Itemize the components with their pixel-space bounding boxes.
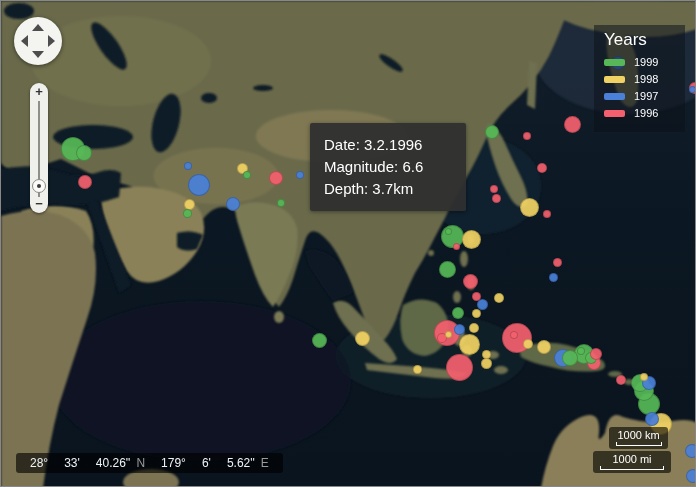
earthquake-bubble-1999[interactable] [183,209,192,218]
coordinate-segment: 28° [30,456,48,470]
legend-item[interactable]: 1996 [604,107,677,119]
legend-item-label: 1998 [634,73,658,85]
earthquake-bubble-1996[interactable] [616,375,626,385]
scale-km-label: 1000 km [617,429,659,441]
earthquake-bubble-1999[interactable] [485,125,499,139]
earthquake-bubble-1998[interactable] [469,323,479,333]
tooltip-depth: Depth: 3.7km [324,178,452,200]
legend-items: 1999199819971996 [604,56,677,119]
coordinate-segment: 5.62'' [227,456,255,470]
pan-up-icon[interactable] [32,24,44,31]
earthquake-bubble-1997[interactable] [549,273,558,282]
earthquake-bubble-1998[interactable] [472,309,481,318]
scale-bar-mi: 1000 mi [593,451,671,473]
earthquake-bubble-1996[interactable] [543,210,551,218]
earthquake-bubble-1996[interactable] [472,292,481,301]
earthquake-bubble-1996[interactable] [553,258,562,267]
earthquake-bubble-1998[interactable] [523,339,533,349]
earthquake-bubble-1998[interactable] [494,293,504,303]
tooltip-magnitude: Magnitude: 6.6 [324,156,452,178]
earthquake-bubble-1998[interactable] [520,198,539,217]
coordinate-readout: 28°33'40.26''N179°6'5.62''E [16,453,283,473]
legend-swatch-icon [604,93,625,100]
earthquake-bubble-1999[interactable] [452,307,464,319]
earthquake-bubble-1999[interactable] [445,228,452,235]
legend-item-label: 1997 [634,90,658,102]
earthquake-bubble-1996[interactable] [269,171,283,185]
earthquake-bubble-1996[interactable] [463,274,478,289]
data-tooltip: Date: 3.2.1996 Magnitude: 6.6 Depth: 3.7… [310,123,466,211]
earthquake-bubble-1999[interactable] [76,145,92,161]
tooltip-date: Date: 3.2.1996 [324,134,452,156]
earthquake-bubble-1996[interactable] [537,163,547,173]
coordinate-segment: 179° [161,456,186,470]
earthquake-bubble-1997[interactable] [296,171,304,179]
earthquake-bubble-1999[interactable] [577,347,585,355]
coordinate-segment: 33' [64,456,80,470]
zoom-out-button[interactable]: − [30,197,48,211]
earthquake-bubble-1999[interactable] [441,225,464,248]
earthquake-bubble-1998[interactable] [482,350,491,359]
map-application: + − Date: 3.2.1996 Magnitude: 6.6 Depth:… [0,0,696,487]
earthquake-bubble-1999[interactable] [439,261,456,278]
legend-item[interactable]: 1998 [604,73,677,85]
pan-down-icon[interactable] [32,51,44,58]
legend-title: Years [604,29,677,51]
scale-bar-km: 1000 km [609,427,668,449]
earthquake-bubble-1997[interactable] [645,412,659,426]
earthquake-bubble-1998[interactable] [537,340,551,354]
earthquake-bubble-1997[interactable] [686,469,696,483]
pan-right-icon[interactable] [48,35,55,47]
earthquake-bubble-1998[interactable] [413,365,422,374]
earthquake-bubble-1998[interactable] [184,199,195,210]
earthquake-bubble-1996[interactable] [523,132,531,140]
earthquake-bubble-1997[interactable] [188,174,210,196]
earthquake-bubble-1996[interactable] [492,194,501,203]
scale-mi-rule [600,466,664,470]
coordinate-segment: 6' [202,456,211,470]
zoom-in-button[interactable]: + [30,85,48,99]
pan-control[interactable] [14,17,62,65]
earthquake-bubble-1997[interactable] [454,324,465,335]
pan-left-icon[interactable] [21,35,28,47]
legend-item-label: 1996 [634,107,658,119]
earthquake-bubble-1999[interactable] [277,199,285,207]
earthquake-bubble-1998[interactable] [445,331,452,338]
legend-item[interactable]: 1997 [604,90,677,102]
earthquake-bubble-1997[interactable] [689,86,696,93]
earthquake-bubble-1997[interactable] [184,162,192,170]
scale-km-rule [616,442,662,446]
legend-item-label: 1999 [634,56,658,68]
legend-swatch-icon [604,76,625,83]
earthquake-bubble-1999[interactable] [562,350,578,366]
earthquake-bubble-1998[interactable] [355,331,370,346]
scale-mi-label: 1000 mi [612,453,651,465]
earthquake-bubble-1998[interactable] [640,373,648,381]
coordinate-segment: N [136,456,145,470]
earthquake-bubble-1999[interactable] [243,171,251,179]
legend-item[interactable]: 1999 [604,56,677,68]
legend-panel: Years 1999199819971996 [594,25,685,132]
zoom-slider[interactable]: + − [30,83,48,213]
earthquake-bubble-1999[interactable] [312,333,327,348]
zoom-thumb[interactable] [32,179,46,193]
legend-swatch-icon [604,59,625,66]
earthquake-bubble-1997[interactable] [685,444,696,458]
earthquake-bubble-1996[interactable] [446,354,473,381]
earthquake-bubble-1996[interactable] [453,243,460,250]
earthquake-bubble-1996[interactable] [510,331,518,339]
coordinate-segment: E [261,456,269,470]
earthquake-bubble-1998[interactable] [481,358,492,369]
earthquake-bubble-1996[interactable] [78,175,92,189]
earthquake-bubble-1998[interactable] [459,334,480,355]
legend-swatch-icon [604,110,625,117]
earthquake-bubble-1997[interactable] [226,197,240,211]
earthquake-bubble-1996[interactable] [490,185,498,193]
earthquake-bubble-1996[interactable] [564,116,581,133]
bubble-layer [1,1,695,486]
earthquake-bubble-1996[interactable] [590,348,602,360]
coordinate-segment: 40.26'' [96,456,131,470]
earthquake-bubble-1998[interactable] [462,230,481,249]
